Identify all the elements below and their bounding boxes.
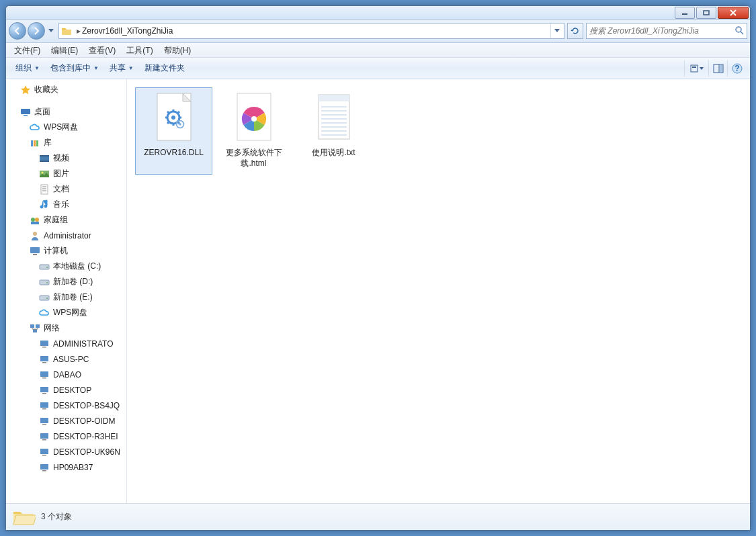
sidebar-homegroup[interactable]: 家庭组 (6, 212, 126, 228)
desktop-icon (19, 106, 32, 118)
search-input[interactable] (589, 26, 734, 36)
newfolder-button[interactable]: 新建文件夹 (139, 59, 190, 78)
svg-rect-4 (691, 65, 698, 72)
status-text: 3 个对象 (41, 511, 72, 523)
svg-line-3 (741, 32, 743, 34)
share-button[interactable]: 共享▼ (104, 59, 139, 78)
menu-help[interactable]: 帮助(H) (159, 43, 197, 58)
nav-history-dropdown[interactable] (46, 24, 56, 38)
svg-rect-50 (40, 418, 48, 423)
organize-button[interactable]: 组织▼ (10, 59, 45, 78)
svg-rect-17 (40, 155, 49, 157)
cloud-icon (38, 307, 50, 319)
menu-tools[interactable]: 工具(T) (121, 43, 158, 58)
svg-rect-12 (24, 115, 28, 116)
help-button[interactable]: ? (727, 60, 746, 77)
search-icon[interactable] (734, 26, 744, 37)
maximize-button[interactable] (696, 7, 716, 19)
svg-line-64 (167, 111, 169, 114)
close-button[interactable] (718, 7, 749, 19)
menu-file[interactable]: 文件(F) (9, 43, 46, 58)
sidebar-documents[interactable]: 文档 (6, 181, 126, 197)
pc-icon (38, 431, 50, 443)
svg-rect-46 (40, 387, 48, 392)
sidebar-local-c[interactable]: 本地磁盘 (C:) (6, 259, 126, 274)
sidebar[interactable]: 收藏夹 桌面 WPS网盘 库 视频 图片 (6, 79, 127, 503)
sidebar-net-5[interactable]: DESKTOP-OIDM (6, 413, 126, 429)
drive-icon (38, 276, 50, 288)
menu-view[interactable]: 查看(V) (83, 43, 121, 58)
sidebar-net-2[interactable]: DABAO (6, 367, 126, 382)
pc-icon (38, 446, 50, 458)
sidebar-music[interactable]: 音乐 (6, 197, 126, 212)
svg-text:?: ? (734, 64, 739, 73)
minimize-button[interactable] (675, 7, 695, 19)
svg-rect-38 (36, 324, 40, 328)
svg-rect-35 (40, 296, 49, 300)
file-list[interactable]: ZEROVR16.DLL (127, 79, 750, 503)
svg-point-20 (42, 171, 44, 173)
include-button[interactable]: 包含到库中▼ (45, 59, 104, 78)
user-icon (29, 230, 41, 242)
view-options-button[interactable] (684, 60, 708, 77)
address-dropdown[interactable] (550, 24, 562, 38)
menu-edit[interactable]: 编辑(E) (46, 43, 83, 58)
file-item[interactable]: ZEROVR16.DLL (135, 87, 212, 175)
svg-point-36 (46, 298, 48, 299)
sidebar-administrator[interactable]: Administrator (6, 228, 126, 243)
sidebar-net-1[interactable]: ASUS-PC (6, 351, 126, 367)
breadcrumb-folder[interactable]: Zerovr16dll_XiTongZhiJia (82, 26, 550, 36)
sidebar-vol-d[interactable]: 新加卷 (D:) (6, 274, 126, 289)
svg-line-66 (177, 111, 179, 114)
file-label: 使用说明.txt (312, 148, 355, 159)
sidebar-wps[interactable]: WPS网盘 (6, 120, 126, 135)
svg-rect-51 (42, 424, 46, 425)
forward-button[interactable] (28, 22, 45, 40)
svg-rect-47 (42, 393, 46, 394)
svg-rect-40 (40, 341, 48, 346)
file-item[interactable]: 使用说明.txt (295, 87, 372, 175)
sidebar-net-4[interactable]: DESKTOP-BS4JQ (6, 398, 126, 413)
sidebar-favorites[interactable]: 收藏夹 (6, 82, 126, 97)
sidebar-desktop[interactable]: 桌面 (6, 104, 126, 120)
svg-rect-41 (42, 347, 46, 348)
refresh-button[interactable] (567, 23, 583, 39)
star-icon (19, 84, 32, 96)
svg-point-70 (179, 123, 181, 126)
sidebar-wps2[interactable]: WPS网盘 (6, 305, 126, 320)
svg-rect-49 (42, 408, 46, 410)
sidebar-pictures[interactable]: 图片 (6, 166, 126, 181)
svg-point-25 (31, 218, 35, 222)
sidebar-net-7[interactable]: DESKTOP-UK96N (6, 444, 126, 459)
sidebar-net-3[interactable]: DESKTOP (6, 382, 126, 398)
sidebar-net-6[interactable]: DESKTOP-R3HEI (6, 429, 126, 444)
svg-rect-44 (40, 371, 48, 377)
sidebar-net-0[interactable]: ADMINISTRATO (6, 336, 126, 351)
preview-pane-button[interactable] (708, 60, 727, 77)
sidebar-net-8[interactable]: HP09AB37 (6, 459, 126, 475)
svg-rect-43 (42, 362, 46, 363)
search-box[interactable] (586, 23, 747, 39)
svg-rect-5 (692, 66, 696, 68)
svg-rect-0 (682, 13, 687, 15)
sidebar-videos[interactable]: 视频 (6, 150, 126, 166)
sidebar-vol-e[interactable]: 新加卷 (E:) (6, 289, 126, 305)
svg-rect-8 (720, 65, 722, 72)
pc-icon (38, 415, 50, 427)
html-icon (225, 91, 283, 145)
svg-rect-55 (42, 455, 46, 456)
address-bar[interactable]: ▸ Zerovr16dll_XiTongZhiJia (58, 23, 564, 39)
homegroup-icon (29, 214, 41, 226)
svg-line-67 (167, 122, 169, 124)
svg-point-28 (33, 232, 37, 236)
titlebar[interactable] (6, 6, 750, 19)
back-button[interactable] (9, 22, 26, 40)
svg-rect-74 (319, 95, 349, 101)
body: 收藏夹 桌面 WPS网盘 库 视频 图片 (6, 79, 750, 503)
sidebar-libraries[interactable]: 库 (6, 135, 126, 150)
svg-rect-1 (704, 11, 709, 15)
sidebar-network[interactable]: 网络 (6, 320, 126, 336)
sidebar-computer[interactable]: 计算机 (6, 243, 126, 259)
svg-rect-57 (42, 470, 46, 472)
file-item[interactable]: 更多系统软件下载.html (215, 87, 292, 175)
